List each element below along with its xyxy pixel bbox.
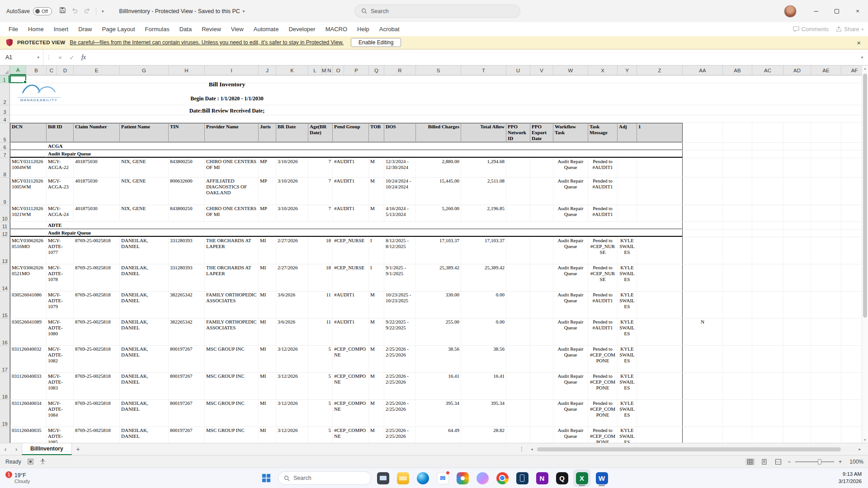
cell[interactable] [783,427,811,443]
cell[interactable] [683,150,723,158]
onenote-icon[interactable]: N [533,469,551,487]
cell[interactable]: Audit Repair Queue [553,205,588,221]
cell[interactable]: 3/10/2026 [276,158,308,177]
cell[interactable] [74,143,683,150]
cell[interactable]: NIX, GENE [120,205,169,221]
cell[interactable]: DANEILAK, DANIEL [120,319,169,345]
enter-icon[interactable]: ✓ [66,54,78,61]
cell[interactable]: FAMILY ORTHOPEDIC ASSOCIATES [205,319,259,345]
cell[interactable] [841,150,862,158]
undo-icon[interactable] [71,7,78,15]
cell[interactable] [723,427,752,443]
header-cell[interactable]: DCN [10,123,47,142]
cell[interactable] [841,264,862,291]
cell[interactable] [506,373,530,399]
cell[interactable]: Pended to #AUDIT1 [588,205,618,221]
cell[interactable]: Pended to #CEP_COMPONE [588,427,618,443]
cell[interactable] [811,237,841,264]
row-header-18[interactable]: 18 [0,373,9,400]
cell[interactable] [723,150,752,158]
cell[interactable] [637,237,683,264]
cell[interactable] [841,222,862,229]
cell[interactable] [783,143,811,150]
cell[interactable] [752,373,783,399]
cell[interactable]: MSC GROUP INC [205,400,259,427]
cell[interactable] [752,222,783,229]
cell[interactable]: I [369,237,384,264]
header-cell[interactable]: Claim Number [74,123,120,142]
column-header-P[interactable]: P [344,66,369,75]
column-header-W[interactable]: W [553,66,588,75]
cell[interactable]: MGY-ADTE-1083 [47,373,74,399]
cell[interactable]: CHIRO ONE CENTERS OF MI [205,205,259,221]
cell[interactable]: 17,103.37 [461,237,506,264]
cell[interactable]: 10/23/2025 - 10/23/2025 [384,291,416,318]
column-header-T[interactable]: T [461,66,506,75]
cell[interactable]: Pended to #CEP_NURSE [588,237,618,264]
cell[interactable]: 401875030 [74,158,120,177]
header-cell[interactable]: Billed Charges [416,123,461,142]
column-header-L[interactable]: L [308,66,322,75]
header-cell[interactable]: BR Date [276,123,308,142]
column-header-S[interactable]: S [416,66,461,75]
cell[interactable] [530,400,553,427]
cell[interactable] [811,264,841,291]
cell[interactable] [530,264,553,291]
cell[interactable]: Audit Repair Queue [553,400,588,427]
cell[interactable] [683,264,723,291]
cell[interactable] [841,230,862,237]
cell[interactable]: MGY-ADTE-1077 [47,237,74,264]
column-header-G[interactable]: G [120,66,169,75]
cell[interactable]: 3/12/2026 [276,400,308,427]
phone-link-icon[interactable] [514,469,531,487]
zoom-out-icon[interactable]: − [788,459,791,465]
cell[interactable] [723,237,752,264]
cell[interactable]: MGY030620260516MO [10,237,47,264]
column-header-AD[interactable]: AD [783,66,811,75]
cell[interactable] [841,123,862,142]
cell[interactable]: 8769-25-0025818 [74,264,120,291]
ribbon-tab-file[interactable]: File [4,22,23,36]
cell[interactable]: MGY-ADTE-1079 [47,291,74,318]
cell[interactable]: MI [259,264,276,291]
edge-icon[interactable] [414,469,431,487]
cell[interactable] [723,230,752,237]
titlebar-search[interactable]: Search [354,5,520,18]
photos-icon[interactable] [454,469,471,487]
cell[interactable] [783,264,811,291]
column-header-A[interactable]: A [10,66,26,75]
header-cell[interactable]: Provider Name [205,123,259,142]
cell[interactable]: M [369,158,384,177]
row-header-1[interactable]: 1 [0,75,9,83]
cell[interactable]: M [369,373,384,399]
column-header-AC[interactable]: AC [752,66,783,75]
cell[interactable] [783,237,811,264]
row-header-6[interactable]: 6 [0,143,9,150]
formula-input[interactable] [90,50,856,65]
cell[interactable] [752,205,783,221]
cell[interactable]: 331280393 [169,264,205,291]
cell[interactable]: 2/27/2026 [276,264,308,291]
cell[interactable]: KYLE SWAILES [618,264,637,291]
cell[interactable] [683,373,723,399]
cell[interactable] [683,237,723,264]
horizontal-scroll-track[interactable] [534,447,858,452]
cell[interactable]: Pended to #AUDIT1 [588,319,618,345]
header-cell[interactable]: Workflow Task [553,123,588,142]
row-header-11[interactable]: 11 [0,222,9,230]
cell[interactable]: #AUDIT1 [333,205,369,221]
customize-qat-chevron-icon[interactable]: ▾ [102,9,104,14]
cell[interactable]: 1,294.68 [461,158,506,177]
cell[interactable] [10,222,47,229]
cell[interactable] [530,319,553,345]
cell[interactable] [783,346,811,372]
cell[interactable] [506,264,530,291]
cell[interactable]: 3/6/2026 [276,291,308,318]
taskbar-search[interactable]: Search [278,471,371,485]
cell[interactable]: 64.49 [416,427,461,443]
cell[interactable] [10,115,862,122]
row-header-16[interactable]: 16 [0,319,9,346]
cell[interactable]: 8769-25-0025818 [74,346,120,372]
row-header-7[interactable]: 7 [0,150,9,158]
cell[interactable]: 401875030 [74,178,120,205]
